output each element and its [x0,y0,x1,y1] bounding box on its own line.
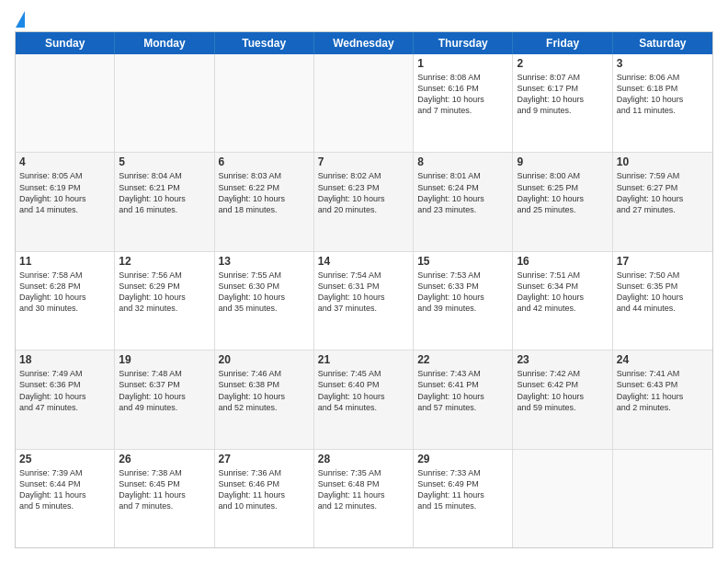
day-number: 9 [517,155,608,168]
day-cell-18: 18Sunrise: 7:49 AM Sunset: 6:36 PM Dayli… [16,350,115,448]
day-info: Sunrise: 7:54 AM Sunset: 6:31 PM Dayligh… [318,270,409,315]
day-info: Sunrise: 7:51 AM Sunset: 6:34 PM Dayligh… [517,270,608,315]
day-number: 21 [318,353,409,366]
day-info: Sunrise: 7:38 AM Sunset: 6:45 PM Dayligh… [119,467,210,512]
day-cell-21: 21Sunrise: 7:45 AM Sunset: 6:40 PM Dayli… [314,350,414,448]
day-cell-24: 24Sunrise: 7:41 AM Sunset: 6:43 PM Dayli… [613,350,712,448]
day-info: Sunrise: 8:01 AM Sunset: 6:24 PM Dayligh… [417,170,508,215]
day-info: Sunrise: 7:42 AM Sunset: 6:42 PM Dayligh… [517,368,608,413]
empty-cell [215,54,314,152]
day-info: Sunrise: 7:59 AM Sunset: 6:27 PM Dayligh… [617,170,709,215]
day-cell-2: 2Sunrise: 8:07 AM Sunset: 6:17 PM Daylig… [513,54,612,152]
day-info: Sunrise: 7:58 AM Sunset: 6:28 PM Dayligh… [19,270,110,315]
header [15,15,713,24]
header-cell-tuesday: Tuesday [215,32,314,54]
day-info: Sunrise: 7:41 AM Sunset: 6:43 PM Dayligh… [617,368,709,413]
day-number: 2 [517,57,608,70]
day-cell-4: 4Sunrise: 8:05 AM Sunset: 6:19 PM Daylig… [16,153,115,250]
day-cell-28: 28Sunrise: 7:35 AM Sunset: 6:48 PM Dayli… [314,450,414,547]
day-info: Sunrise: 8:06 AM Sunset: 6:18 PM Dayligh… [617,72,709,117]
header-cell-friday: Friday [513,32,612,54]
logo-triangle-icon [16,11,25,28]
day-info: Sunrise: 7:43 AM Sunset: 6:41 PM Dayligh… [417,368,508,413]
day-number: 29 [417,453,508,465]
day-number: 13 [219,255,310,268]
header-cell-monday: Monday [115,32,214,54]
day-cell-15: 15Sunrise: 7:53 AM Sunset: 6:33 PM Dayli… [414,252,513,350]
day-number: 25 [19,453,110,465]
day-info: Sunrise: 7:48 AM Sunset: 6:37 PM Dayligh… [119,368,210,413]
empty-cell [513,450,612,547]
day-number: 24 [617,353,709,366]
day-info: Sunrise: 7:35 AM Sunset: 6:48 PM Dayligh… [318,467,409,512]
day-cell-14: 14Sunrise: 7:54 AM Sunset: 6:31 PM Dayli… [314,252,414,350]
day-cell-22: 22Sunrise: 7:43 AM Sunset: 6:41 PM Dayli… [414,350,513,448]
day-cell-19: 19Sunrise: 7:48 AM Sunset: 6:37 PM Dayli… [115,350,214,448]
day-number: 17 [617,255,709,268]
calendar: SundayMondayTuesdayWednesdayThursdayFrid… [15,31,713,548]
header-cell-saturday: Saturday [613,32,712,54]
header-cell-sunday: Sunday [16,32,115,54]
day-cell-6: 6Sunrise: 8:03 AM Sunset: 6:22 PM Daylig… [215,153,314,250]
day-number: 3 [617,57,709,70]
day-number: 12 [119,255,210,268]
calendar-body: 1Sunrise: 8:08 AM Sunset: 6:16 PM Daylig… [16,54,712,547]
day-number: 14 [318,255,409,268]
day-number: 16 [517,255,608,268]
day-cell-13: 13Sunrise: 7:55 AM Sunset: 6:30 PM Dayli… [215,252,314,350]
day-number: 10 [617,155,709,168]
day-info: Sunrise: 8:02 AM Sunset: 6:23 PM Dayligh… [318,170,409,215]
day-info: Sunrise: 7:39 AM Sunset: 6:44 PM Dayligh… [19,467,110,512]
day-cell-7: 7Sunrise: 8:02 AM Sunset: 6:23 PM Daylig… [314,153,414,250]
calendar-row-3: 18Sunrise: 7:49 AM Sunset: 6:36 PM Dayli… [16,350,712,449]
day-cell-1: 1Sunrise: 8:08 AM Sunset: 6:16 PM Daylig… [414,54,513,152]
day-info: Sunrise: 7:50 AM Sunset: 6:35 PM Dayligh… [617,270,709,315]
header-cell-thursday: Thursday [414,32,513,54]
empty-cell [613,450,712,547]
day-cell-17: 17Sunrise: 7:50 AM Sunset: 6:35 PM Dayli… [613,252,712,350]
day-number: 11 [19,255,110,268]
day-cell-12: 12Sunrise: 7:56 AM Sunset: 6:29 PM Dayli… [115,252,214,350]
day-number: 1 [417,57,508,70]
header-cell-wednesday: Wednesday [314,32,414,54]
day-info: Sunrise: 7:56 AM Sunset: 6:29 PM Dayligh… [119,270,210,315]
day-info: Sunrise: 7:45 AM Sunset: 6:40 PM Dayligh… [318,368,409,413]
day-number: 18 [19,353,110,366]
day-info: Sunrise: 8:05 AM Sunset: 6:19 PM Dayligh… [19,170,110,215]
day-info: Sunrise: 8:08 AM Sunset: 6:16 PM Dayligh… [417,72,508,117]
day-number: 20 [219,353,310,366]
day-number: 22 [417,353,508,366]
day-info: Sunrise: 7:53 AM Sunset: 6:33 PM Dayligh… [417,270,508,315]
calendar-row-2: 11Sunrise: 7:58 AM Sunset: 6:28 PM Dayli… [16,252,712,350]
day-info: Sunrise: 7:36 AM Sunset: 6:46 PM Dayligh… [219,467,310,512]
day-number: 19 [119,353,210,366]
calendar-header: SundayMondayTuesdayWednesdayThursdayFrid… [16,32,712,54]
day-cell-3: 3Sunrise: 8:06 AM Sunset: 6:18 PM Daylig… [613,54,712,152]
calendar-row-4: 25Sunrise: 7:39 AM Sunset: 6:44 PM Dayli… [16,450,712,547]
day-number: 8 [417,155,508,168]
day-number: 15 [417,255,508,268]
day-cell-8: 8Sunrise: 8:01 AM Sunset: 6:24 PM Daylig… [414,153,513,250]
day-number: 28 [318,453,409,465]
day-cell-25: 25Sunrise: 7:39 AM Sunset: 6:44 PM Dayli… [16,450,115,547]
day-cell-16: 16Sunrise: 7:51 AM Sunset: 6:34 PM Dayli… [513,252,612,350]
day-cell-9: 9Sunrise: 8:00 AM Sunset: 6:25 PM Daylig… [513,153,612,250]
day-number: 27 [219,453,310,465]
day-cell-27: 27Sunrise: 7:36 AM Sunset: 6:46 PM Dayli… [215,450,314,547]
empty-cell [314,54,414,152]
calendar-row-1: 4Sunrise: 8:05 AM Sunset: 6:19 PM Daylig… [16,153,712,251]
empty-cell [16,54,115,152]
day-info: Sunrise: 8:03 AM Sunset: 6:22 PM Dayligh… [219,170,310,215]
day-number: 6 [219,155,310,168]
day-info: Sunrise: 7:46 AM Sunset: 6:38 PM Dayligh… [219,368,310,413]
day-number: 5 [119,155,210,168]
day-info: Sunrise: 7:33 AM Sunset: 6:49 PM Dayligh… [417,467,508,512]
day-cell-23: 23Sunrise: 7:42 AM Sunset: 6:42 PM Dayli… [513,350,612,448]
day-number: 26 [119,453,210,465]
day-info: Sunrise: 7:49 AM Sunset: 6:36 PM Dayligh… [19,368,110,413]
day-number: 7 [318,155,409,168]
day-cell-11: 11Sunrise: 7:58 AM Sunset: 6:28 PM Dayli… [16,252,115,350]
day-cell-10: 10Sunrise: 7:59 AM Sunset: 6:27 PM Dayli… [613,153,712,250]
day-info: Sunrise: 8:04 AM Sunset: 6:21 PM Dayligh… [119,170,210,215]
empty-cell [115,54,214,152]
